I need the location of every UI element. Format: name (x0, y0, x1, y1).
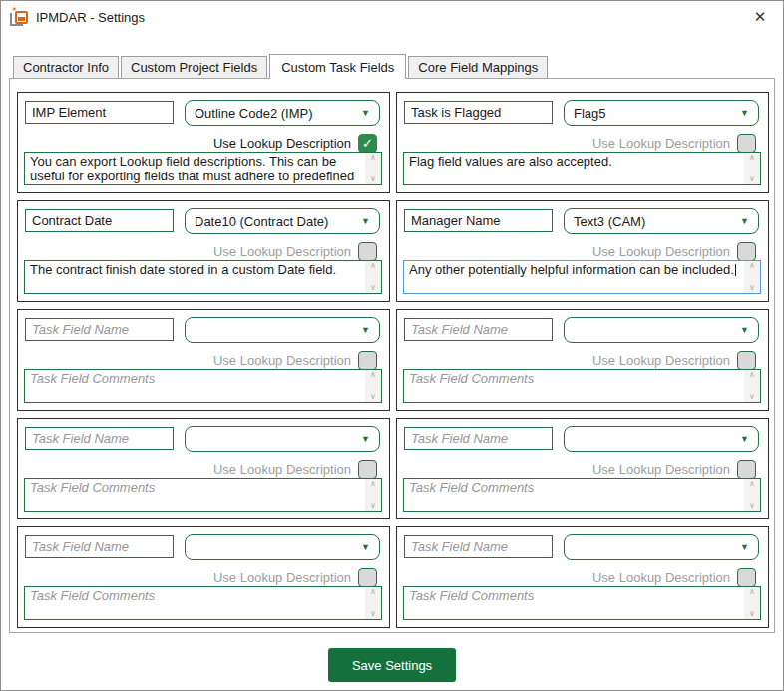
tab-custom-task-fields[interactable]: Custom Task Fields (269, 54, 406, 79)
scroll-down-icon[interactable]: ∨ (370, 609, 376, 618)
task-field-comments-box[interactable]: Task Field Comments ∧ ∨ (24, 369, 382, 403)
comment-scrollbar[interactable]: ∧ ∨ (744, 479, 760, 511)
use-lookup-checkbox[interactable] (737, 460, 756, 479)
task-field-name-input[interactable] (404, 535, 553, 558)
scroll-down-icon[interactable]: ∨ (370, 392, 376, 401)
task-field-comments-text: Task Field Comments (25, 370, 365, 402)
scroll-up-icon[interactable]: ∧ (749, 261, 755, 270)
field-row: Flag5 ▼ (404, 100, 759, 126)
task-field-name-input[interactable] (25, 101, 174, 124)
comment-scrollbar[interactable]: ∧ ∨ (365, 479, 381, 511)
task-field-name-input[interactable] (404, 101, 553, 124)
task-field-dropdown[interactable]: Flag5 ▼ (564, 100, 759, 126)
task-field-name-input[interactable] (25, 535, 174, 558)
lookup-row: Use Lookup Description (25, 241, 380, 261)
scroll-up-icon[interactable]: ∧ (370, 370, 376, 379)
chevron-down-icon: ▼ (361, 217, 370, 226)
scroll-down-icon[interactable]: ∨ (370, 501, 376, 510)
task-field-comments-text: Task Field Comments (25, 587, 365, 619)
use-lookup-label: Use Lookup Description (213, 462, 351, 477)
task-field-name-input[interactable] (404, 318, 553, 341)
close-icon[interactable]: ✕ (743, 5, 777, 29)
task-field-comments-box[interactable]: Flag field values are also accepted. ∧ ∨ (403, 152, 761, 185)
lookup-row: Use Lookup Description ✓ (25, 133, 380, 153)
task-field-name-input[interactable] (25, 318, 174, 341)
comment-scrollbar[interactable]: ∧ ∨ (744, 587, 760, 619)
scroll-up-icon[interactable]: ∧ (749, 479, 755, 488)
comment-scrollbar[interactable]: ∧ ∨ (744, 370, 760, 402)
task-field-comments-box[interactable]: The contract finish date stored in a cus… (24, 260, 382, 294)
task-field-dropdown[interactable]: Text3 (CAM) ▼ (564, 208, 759, 234)
scroll-up-icon[interactable]: ∧ (749, 370, 755, 379)
task-field-name-input[interactable] (404, 427, 553, 450)
task-field-comments-box[interactable]: Any other potentially helpful informatio… (403, 260, 761, 294)
scroll-down-icon[interactable]: ∨ (370, 283, 376, 292)
comment-scrollbar[interactable]: ∧ ∨ (365, 370, 381, 402)
comment-scrollbar[interactable]: ∧ ∨ (365, 153, 381, 184)
task-field-dropdown[interactable]: ▼ (564, 534, 759, 560)
use-lookup-checkbox[interactable] (737, 242, 756, 261)
use-lookup-checkbox[interactable] (358, 242, 377, 261)
use-lookup-label: Use Lookup Description (592, 353, 730, 368)
use-lookup-checkbox[interactable]: ✓ (358, 134, 377, 153)
task-field-comments-text: Task Field Comments (404, 587, 744, 619)
task-field-dropdown[interactable]: ▼ (185, 534, 380, 560)
task-field-comments-box[interactable]: You can export Lookup field descriptions… (24, 152, 382, 185)
scroll-down-icon[interactable]: ∨ (749, 392, 755, 401)
use-lookup-checkbox[interactable] (737, 134, 756, 153)
scroll-up-icon[interactable]: ∧ (370, 153, 376, 162)
scroll-down-icon[interactable]: ∨ (749, 174, 755, 183)
task-field-comments-box[interactable]: Task Field Comments ∧ ∨ (24, 478, 382, 512)
field-row: ▼ (25, 426, 380, 452)
comment-scrollbar[interactable]: ∧ ∨ (744, 153, 760, 184)
lookup-row: Use Lookup Description (404, 350, 759, 370)
field-row: Date10 (Contract Date) ▼ (25, 208, 380, 234)
chevron-down-icon: ▼ (361, 435, 370, 444)
scroll-down-icon[interactable]: ∨ (370, 174, 376, 183)
task-field-grid: Outline Code2 (IMP) ▼ Use Lookup Descrip… (10, 79, 774, 628)
task-field-group: Outline Code2 (IMP) ▼ Use Lookup Descrip… (17, 92, 390, 193)
comment-scrollbar[interactable]: ∧ ∨ (365, 261, 381, 293)
task-field-comments-box[interactable]: Task Field Comments ∧ ∨ (403, 586, 761, 620)
use-lookup-label: Use Lookup Description (213, 136, 351, 151)
task-field-name-input[interactable] (25, 209, 174, 232)
chevron-down-icon: ▼ (361, 543, 370, 552)
task-field-comments-text: You can export Lookup field descriptions… (25, 153, 365, 184)
scroll-up-icon[interactable]: ∧ (370, 587, 376, 596)
task-field-comments-box[interactable]: Task Field Comments ∧ ∨ (403, 478, 761, 512)
scroll-up-icon[interactable]: ∧ (370, 479, 376, 488)
app-icon: ✶ (10, 8, 29, 27)
use-lookup-checkbox[interactable] (737, 568, 756, 587)
task-field-dropdown[interactable]: ▼ (185, 317, 380, 343)
use-lookup-checkbox[interactable] (358, 351, 377, 370)
task-field-dropdown[interactable]: Date10 (Contract Date) ▼ (185, 208, 380, 234)
tab-core-field-mappings[interactable]: Core Field Mappings (408, 56, 548, 78)
tab-contractor-info[interactable]: Contractor Info (13, 56, 119, 78)
chevron-down-icon: ▼ (740, 217, 749, 226)
chevron-down-icon: ▼ (361, 109, 370, 118)
task-field-name-input[interactable] (25, 427, 174, 450)
scroll-up-icon[interactable]: ∧ (749, 587, 755, 596)
chevron-down-icon: ▼ (740, 109, 749, 118)
use-lookup-checkbox[interactable] (358, 568, 377, 587)
use-lookup-checkbox[interactable] (358, 460, 377, 479)
task-field-dropdown[interactable]: Outline Code2 (IMP) ▼ (185, 100, 380, 126)
save-settings-button[interactable]: Save Settings (328, 648, 456, 682)
scroll-down-icon[interactable]: ∨ (749, 609, 755, 618)
comment-scrollbar[interactable]: ∧ ∨ (365, 587, 381, 619)
use-lookup-checkbox[interactable] (737, 351, 756, 370)
lookup-row: Use Lookup Description (25, 459, 380, 479)
task-field-comments-box[interactable]: Task Field Comments ∧ ∨ (24, 586, 382, 620)
tab-custom-project-fields[interactable]: Custom Project Fields (121, 56, 267, 78)
task-field-dropdown[interactable]: ▼ (564, 426, 759, 452)
scroll-up-icon[interactable]: ∧ (370, 261, 376, 270)
task-field-group: ▼ Use Lookup Description Task Field Comm… (17, 418, 390, 519)
scroll-down-icon[interactable]: ∨ (749, 501, 755, 510)
scroll-up-icon[interactable]: ∧ (749, 153, 755, 162)
task-field-dropdown[interactable]: ▼ (185, 426, 380, 452)
task-field-comments-box[interactable]: Task Field Comments ∧ ∨ (403, 369, 761, 403)
task-field-dropdown[interactable]: ▼ (564, 317, 759, 343)
comment-scrollbar[interactable]: ∧ ∨ (744, 261, 760, 293)
scroll-down-icon[interactable]: ∨ (749, 283, 755, 292)
task-field-name-input[interactable] (404, 209, 553, 232)
